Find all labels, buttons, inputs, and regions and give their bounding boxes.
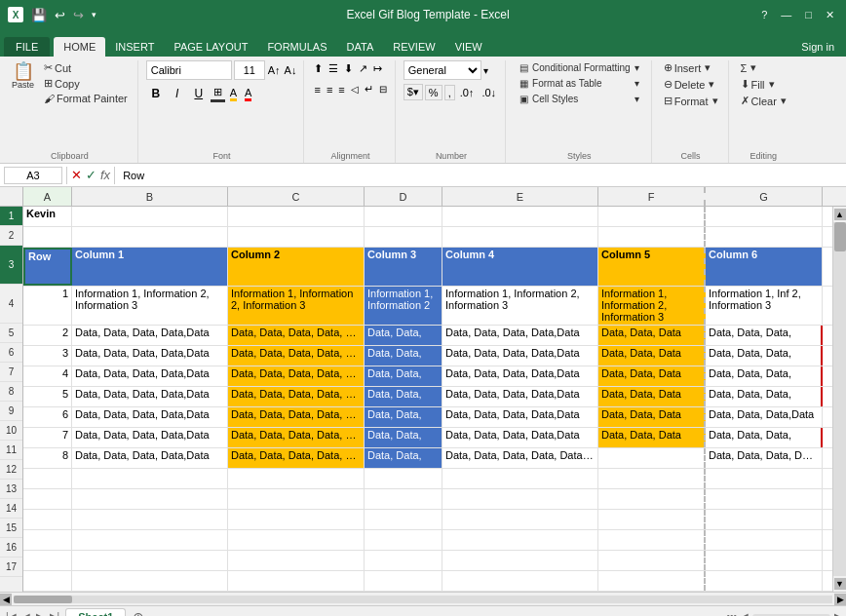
sheet-tab-sheet1[interactable]: Sheet1 xyxy=(65,608,126,616)
increase-font-btn[interactable]: A↑ xyxy=(267,63,282,77)
cell-d13[interactable] xyxy=(365,489,442,509)
cell-f11[interactable] xyxy=(598,448,706,468)
cut-btn[interactable]: ✂ Cut xyxy=(40,60,132,75)
cell-d1[interactable] xyxy=(365,207,442,226)
cell-b4[interactable]: Information 1, Information 2, Informatio… xyxy=(72,287,228,325)
cell-f17[interactable] xyxy=(598,571,706,591)
cell-f12[interactable] xyxy=(598,469,706,488)
save-qat-btn[interactable]: 💾 xyxy=(29,6,49,24)
cell-b12[interactable] xyxy=(72,469,228,488)
cell-d16[interactable] xyxy=(365,551,442,570)
scroll-up-btn[interactable]: ▲ xyxy=(834,209,846,220)
cell-e9[interactable]: Data, Data, Data, Data,Data xyxy=(442,407,598,427)
cell-g6[interactable]: Data, Data, Data, xyxy=(706,346,823,366)
number-format-more-btn[interactable]: ▾ xyxy=(483,65,488,76)
fill-btn[interactable]: ⬇ Fill ▾ xyxy=(737,77,779,92)
cell-d15[interactable] xyxy=(365,530,442,550)
format-table-btn[interactable]: ▦ Format as Table ▾ xyxy=(514,76,645,91)
cell-c8[interactable]: Data, Data, Data, Data, Data, xyxy=(228,387,365,406)
cell-d8[interactable]: Data, Data, xyxy=(365,387,442,406)
row-num-7[interactable]: 7 xyxy=(0,363,22,382)
row-num-1[interactable]: 1 xyxy=(0,207,22,226)
confirm-formula-btn[interactable]: ✓ xyxy=(86,168,96,182)
tab-data[interactable]: DATA xyxy=(337,37,384,57)
tab-insert[interactable]: INSERT xyxy=(105,37,164,57)
col-header-b[interactable]: B xyxy=(72,187,228,206)
font-color-btn[interactable]: A xyxy=(242,86,254,102)
cell-f13[interactable] xyxy=(598,489,706,509)
currency-btn[interactable]: $▾ xyxy=(404,84,423,100)
decrease-indent-btn[interactable]: ◁ xyxy=(349,82,361,96)
cell-e13[interactable] xyxy=(442,489,598,509)
cell-ref-input[interactable] xyxy=(4,167,62,184)
cell-g13[interactable] xyxy=(706,489,823,509)
cell-g9[interactable]: Data, Data, Data,Data xyxy=(706,407,823,427)
row-num-6[interactable]: 6 xyxy=(0,343,22,363)
row-num-12[interactable]: 12 xyxy=(0,460,22,480)
clear-btn[interactable]: ✗ Clear ▾ xyxy=(737,94,790,108)
cell-f9[interactable]: Data, Data, Data xyxy=(598,407,706,427)
cell-b7[interactable]: Data, Data, Data, Data,Data xyxy=(72,366,228,386)
cell-a12[interactable] xyxy=(23,469,72,488)
cell-d14[interactable] xyxy=(365,510,442,529)
cell-c13[interactable] xyxy=(228,489,365,509)
cell-e5[interactable]: Data, Data, Data, Data,Data xyxy=(442,326,598,345)
h-scroll-left[interactable]: ◀ xyxy=(741,611,749,616)
add-sheet-btn[interactable]: ⊕ xyxy=(130,608,147,617)
cell-g3[interactable]: Column 6 xyxy=(706,248,823,286)
cell-g10[interactable]: Data, Data, Data, xyxy=(706,428,823,447)
cell-g8[interactable]: Data, Data, Data, xyxy=(706,387,823,406)
cell-c6[interactable]: Data, Data, Data, Data, Data, xyxy=(228,346,365,366)
cell-g1[interactable] xyxy=(706,207,823,226)
cell-a7[interactable]: 4 xyxy=(23,366,72,386)
col-header-c[interactable]: C xyxy=(228,187,365,206)
cell-f4[interactable]: Information 1, Information 2, Informatio… xyxy=(598,287,706,325)
cell-b5[interactable]: Data, Data, Data, Data,Data xyxy=(72,326,228,345)
cell-g14[interactable] xyxy=(706,510,823,529)
cell-c10[interactable]: Data, Data, Data, Data, Data, xyxy=(228,428,365,447)
minimize-btn[interactable]: — xyxy=(777,7,795,22)
cell-c5[interactable]: Data, Data, Data, Data, Data, xyxy=(228,326,365,345)
last-sheet-btn[interactable]: ▶| xyxy=(48,609,62,616)
cell-d5[interactable]: Data, Data, xyxy=(365,326,442,345)
cell-c7[interactable]: Data, Data, Data, Data, Data, xyxy=(228,366,365,386)
align-bottom-btn[interactable]: ⬇ xyxy=(342,60,355,77)
cell-e17[interactable] xyxy=(442,571,598,591)
merge-btn[interactable]: ⊟ xyxy=(377,82,389,96)
cell-g2[interactable] xyxy=(706,227,823,247)
cell-c1[interactable] xyxy=(228,207,365,226)
cell-e1[interactable] xyxy=(442,207,598,226)
cell-e7[interactable]: Data, Data, Data, Data,Data xyxy=(442,366,598,386)
cell-a13[interactable] xyxy=(23,489,72,509)
h-scroll-right[interactable]: ▶ xyxy=(834,611,842,616)
col-header-e[interactable]: E xyxy=(442,187,598,206)
cell-b16[interactable] xyxy=(72,551,228,570)
cell-c2[interactable] xyxy=(228,227,365,247)
cell-g5[interactable]: Data, Data, Data, xyxy=(706,326,823,345)
cell-c14[interactable] xyxy=(228,510,365,529)
cell-d6[interactable]: Data, Data, xyxy=(365,346,442,366)
copy-btn[interactable]: ⊞ Copy xyxy=(40,76,132,91)
number-format-select[interactable]: General Number Currency xyxy=(404,60,481,80)
row-num-14[interactable]: 14 xyxy=(0,499,22,519)
cell-a10[interactable]: 7 xyxy=(23,428,72,447)
format-painter-btn[interactable]: 🖌 Format Painter xyxy=(40,92,132,105)
border-btn[interactable]: ⊞ xyxy=(211,85,225,102)
cell-b14[interactable] xyxy=(72,510,228,529)
align-right-btn[interactable]: ≡ xyxy=(336,82,346,97)
cell-d9[interactable]: Data, Data, xyxy=(365,407,442,427)
tab-review[interactable]: REVIEW xyxy=(383,37,444,57)
cell-d4[interactable]: Information 1, Information 2 xyxy=(365,287,442,325)
cell-a9[interactable]: 6 xyxy=(23,407,72,427)
cell-e14[interactable] xyxy=(442,510,598,529)
cell-e15[interactable] xyxy=(442,530,598,550)
row-num-11[interactable]: 11 xyxy=(0,441,22,460)
indent-btn[interactable]: ↦ xyxy=(371,60,384,77)
decrease-font-btn[interactable]: A↓ xyxy=(284,63,298,77)
col-header-d[interactable]: D xyxy=(365,187,442,206)
cell-a6[interactable]: 3 xyxy=(23,346,72,366)
cell-f15[interactable] xyxy=(598,530,706,550)
thousands-btn[interactable]: , xyxy=(444,85,455,100)
cell-f3[interactable]: Column 5 xyxy=(598,248,706,286)
cell-e8[interactable]: Data, Data, Data, Data,Data xyxy=(442,387,598,406)
